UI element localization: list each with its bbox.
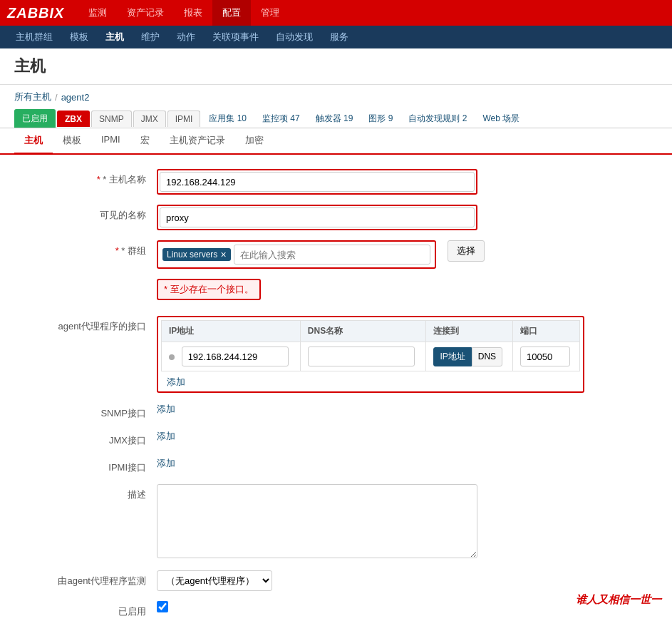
ipmi-label: IPMI接口: [14, 457, 157, 474]
jmx-row: JMX接口 添加: [14, 430, 658, 447]
group-select-button[interactable]: 选择: [448, 240, 485, 262]
ipmi-row: IPMI接口 添加: [14, 457, 658, 474]
host-tab-snmp[interactable]: SNMP: [91, 111, 132, 127]
nav-actions[interactable]: 动作: [168, 26, 204, 48]
desc-textarea[interactable]: [157, 484, 477, 558]
nav-services[interactable]: 服务: [321, 26, 357, 48]
snmp-field: 添加: [157, 403, 658, 416]
dns-input[interactable]: [308, 347, 415, 366]
warning-text: * 至少存在一个接口。: [157, 279, 261, 300]
nav-config[interactable]: 配置: [212, 0, 251, 26]
nav-correlation[interactable]: 关联项事件: [204, 26, 267, 48]
interface-label: agent代理程序的接口: [14, 316, 157, 333]
port-cell: [512, 342, 579, 371]
host-tab-graphs[interactable]: 图形 9: [361, 110, 400, 128]
group-label: * * 群组: [14, 240, 157, 257]
ip-input[interactable]: [182, 347, 289, 366]
nav-hostgroups[interactable]: 主机群组: [7, 26, 61, 48]
breadcrumb-separator: /: [55, 92, 58, 103]
page-title: 主机: [14, 56, 658, 77]
sub-tab-encryption[interactable]: 加密: [235, 128, 274, 155]
hostname-input[interactable]: [160, 172, 475, 192]
sub-tab-templates[interactable]: 模板: [53, 128, 91, 155]
visiblename-row: 可见的名称: [14, 205, 658, 230]
row-indicator: [169, 354, 175, 360]
ipmi-add-link[interactable]: 添加: [157, 458, 175, 468]
connect-ip-btn[interactable]: IP地址: [433, 347, 471, 366]
snmp-add-link[interactable]: 添加: [157, 404, 175, 414]
host-tab-triggers[interactable]: 触发器 19: [309, 110, 361, 128]
visiblename-label: 可见的名称: [14, 205, 157, 222]
desc-field: [157, 484, 477, 560]
host-tab-ipmi[interactable]: IPMI: [167, 111, 201, 127]
connect-buttons: IP地址 DNS: [433, 347, 505, 366]
breadcrumb-home[interactable]: 所有主机: [14, 91, 51, 103]
sub-tab-host[interactable]: 主机: [14, 128, 53, 155]
breadcrumb: 所有主机 / agent2: [14, 91, 658, 103]
host-tab-zbx[interactable]: ZBX: [57, 111, 90, 127]
connect-cell: IP地址 DNS: [426, 342, 513, 371]
group-search-input[interactable]: [234, 245, 430, 265]
group-tag-close[interactable]: ×: [220, 250, 226, 260]
col-ip: IP地址: [162, 321, 301, 342]
group-tag-label: Linux servers: [167, 250, 217, 260]
group-row: * * 群组 Linux servers × 选择: [14, 240, 658, 269]
sub-tab-inventory[interactable]: 主机资产记录: [160, 128, 235, 155]
desc-label: 描述: [14, 484, 157, 501]
visiblename-field: [157, 205, 477, 230]
col-dns: DNS名称: [300, 321, 426, 342]
host-tab-enabled[interactable]: 已启用: [14, 109, 56, 128]
nav-templates[interactable]: 模板: [61, 26, 97, 48]
ip-cell: [162, 342, 301, 371]
col-connect: 连接到: [426, 321, 513, 342]
page-header: 主机: [0, 48, 672, 85]
top-nav-items: 监测 资产记录 报表 配置 管理: [78, 0, 289, 26]
host-tabs: 已启用 ZBX SNMP JMX IPMI 应用集 10 监控项 47 触发器 …: [14, 109, 658, 128]
visiblename-input[interactable]: [160, 207, 475, 227]
sub-tab-ipmi[interactable]: IPMI: [91, 128, 130, 155]
agent-row: 由agent代理程序监测 （无agent代理程序）: [14, 570, 658, 591]
logo: ZABBIX: [7, 5, 64, 21]
interface-add-link[interactable]: 添加: [167, 376, 580, 389]
interface-table: IP地址 DNS名称 连接到 端口: [161, 320, 580, 371]
agent-select[interactable]: （无agent代理程序）: [157, 570, 272, 591]
nav-monitor[interactable]: 监测: [78, 0, 117, 26]
nav-discovery[interactable]: 自动发现: [267, 26, 321, 48]
sub-tabs: 主机 模板 IPMI 宏 主机资产记录 加密: [0, 128, 672, 155]
ipmi-field: 添加: [157, 457, 658, 470]
warning-row: * 至少存在一个接口。: [14, 279, 658, 306]
nav-reports[interactable]: 报表: [174, 0, 212, 26]
breadcrumb-current[interactable]: agent2: [61, 92, 90, 103]
host-tab-web[interactable]: Web 场景: [475, 110, 527, 128]
hostname-label: * * 主机名称: [14, 169, 157, 186]
enabled-checkbox[interactable]: [157, 601, 168, 612]
sub-tab-macros[interactable]: 宏: [130, 128, 160, 155]
dns-cell: [300, 342, 426, 371]
nav-hosts[interactable]: 主机: [97, 26, 133, 48]
agent-label: 由agent代理程序监测: [14, 570, 157, 587]
hostname-row: * * 主机名称: [14, 169, 658, 195]
port-input[interactable]: [520, 347, 570, 366]
jmx-field: 添加: [157, 430, 658, 443]
nav-admin[interactable]: 管理: [251, 0, 289, 26]
desc-row: 描述: [14, 484, 658, 560]
host-tab-discovery[interactable]: 自动发现规则 2: [401, 110, 474, 128]
second-nav: 主机群组 模板 主机 维护 动作 关联项事件 自动发现 服务: [0, 26, 672, 48]
host-tab-jmx[interactable]: JMX: [133, 111, 166, 127]
host-tab-appsets[interactable]: 应用集 10: [202, 110, 254, 128]
group-tag-area[interactable]: Linux servers ×: [157, 240, 436, 269]
interface-table-row: IP地址 DNS: [162, 342, 580, 371]
interface-field: IP地址 DNS名称 连接到 端口: [157, 316, 584, 393]
nav-assets[interactable]: 资产记录: [117, 0, 174, 26]
snmp-row: SNMP接口 添加: [14, 403, 658, 420]
group-field: Linux servers × 选择: [157, 240, 485, 269]
host-tab-items[interactable]: 监控项 47: [255, 110, 307, 128]
interface-row: agent代理程序的接口 IP地址 DNS名称 连接到 端口: [14, 316, 658, 393]
main-content: * * 主机名称 可见的名称 * * 群组 Linux servers × 选择: [0, 155, 672, 621]
connect-dns-btn[interactable]: DNS: [472, 347, 502, 366]
nav-maintenance[interactable]: 维护: [133, 26, 168, 48]
snmp-label: SNMP接口: [14, 403, 157, 420]
jmx-label: JMX接口: [14, 430, 157, 447]
enabled-label: 已启用: [14, 601, 157, 618]
jmx-add-link[interactable]: 添加: [157, 431, 175, 441]
